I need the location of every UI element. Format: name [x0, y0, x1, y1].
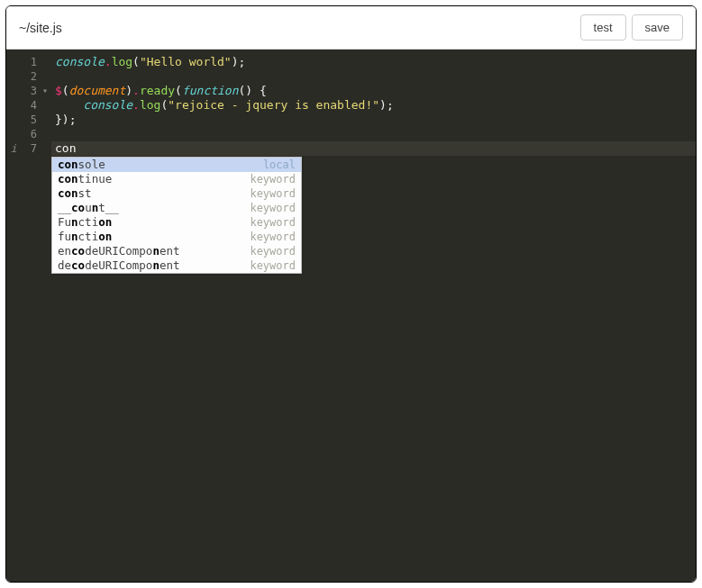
token-paren: )	[379, 98, 387, 112]
gutter-row: 5	[6, 113, 51, 127]
autocomplete-kind: local	[263, 158, 296, 172]
autocomplete-kind: keyword	[250, 201, 296, 215]
token-semi: ;	[387, 98, 394, 112]
autocomplete-label: decodeURIComponent	[58, 258, 250, 273]
code-line-active[interactable]: con	[51, 141, 696, 156]
token-typed: con	[55, 141, 76, 155]
gutter-row: 3 ▾	[6, 84, 51, 98]
fold-toggle-icon[interactable]: ▾	[42, 84, 51, 98]
autocomplete-kind: keyword	[250, 215, 296, 230]
gutter: 1 2 3 ▾ 4 5	[6, 50, 51, 582]
token-dot: .	[105, 55, 112, 68]
file-path: ~/site.js	[19, 21, 575, 35]
autocomplete-item[interactable]: function keyword	[52, 230, 301, 244]
info-icon[interactable]: i	[6, 141, 21, 156]
token-paren: )	[245, 84, 252, 97]
token-method: ready	[140, 84, 175, 97]
autocomplete-item[interactable]: console local	[52, 158, 301, 172]
editor-window: ~/site.js test save 1 2 3 ▾	[5, 5, 697, 583]
gutter-row: 2	[6, 69, 51, 84]
autocomplete-item[interactable]: decodeURIComponent keyword	[52, 258, 301, 273]
token-space	[252, 84, 260, 97]
token-string: "rejoice - jquery is enabled!"	[168, 98, 379, 112]
token-semi: ;	[239, 55, 246, 68]
autocomplete-item[interactable]: Function keyword	[52, 215, 301, 230]
autocomplete-item[interactable]: __count__ keyword	[52, 201, 301, 215]
gutter-row: i 7	[6, 141, 51, 156]
line-number: 5	[21, 113, 42, 127]
autocomplete-label: Function	[58, 215, 250, 230]
save-button[interactable]: save	[632, 14, 683, 41]
autocomplete-label: __count__	[58, 201, 250, 215]
token-paren: )	[125, 84, 132, 97]
line-number: 6	[21, 127, 42, 141]
code-line[interactable]: });	[51, 113, 696, 127]
autocomplete-label: const	[58, 186, 250, 201]
token-brace: });	[55, 113, 76, 126]
autocomplete-label: function	[58, 230, 250, 244]
line-number: 7	[21, 141, 42, 156]
autocomplete-item[interactable]: encodeURIComponent keyword	[52, 244, 301, 258]
header-bar: ~/site.js test save	[6, 6, 696, 50]
token-paren: (	[62, 84, 69, 97]
token-paren: (	[132, 55, 140, 68]
gutter-row: 6	[6, 127, 51, 141]
autocomplete-item[interactable]: continue keyword	[52, 172, 301, 186]
code-line[interactable]	[51, 127, 696, 141]
code-line[interactable]: console.log("rejoice - jquery is enabled…	[51, 98, 696, 113]
autocomplete-popup[interactable]: console local continue keyword const key…	[51, 157, 302, 274]
token-keyword: function	[182, 84, 239, 97]
code-line[interactable]: $(document).ready(function() {	[51, 84, 696, 98]
test-button[interactable]: test	[580, 14, 626, 41]
token-identifier: console	[83, 98, 132, 112]
line-number: 4	[21, 98, 42, 113]
autocomplete-kind: keyword	[250, 172, 296, 186]
autocomplete-kind: keyword	[250, 258, 296, 273]
token-dollar: $	[55, 84, 62, 97]
code-editor[interactable]: 1 2 3 ▾ 4 5	[6, 50, 696, 582]
autocomplete-label: encodeURIComponent	[58, 244, 250, 258]
token-method: log	[140, 98, 160, 112]
gutter-row: 4	[6, 98, 51, 113]
autocomplete-kind: keyword	[250, 186, 296, 201]
token-string: "Hello world"	[140, 55, 232, 68]
autocomplete-kind: keyword	[250, 244, 296, 258]
token-dot: .	[132, 84, 140, 97]
token-indent	[55, 98, 83, 112]
gutter-row: 1	[6, 55, 51, 69]
autocomplete-item[interactable]: const keyword	[52, 186, 301, 201]
line-number: 1	[21, 55, 42, 69]
code-line[interactable]: console.log("Hello world");	[51, 55, 696, 69]
token-brace: {	[260, 84, 267, 97]
code-area[interactable]: console.log("Hello world"); $(document).…	[51, 50, 696, 582]
token-paren: )	[232, 55, 239, 68]
token-dot: .	[132, 98, 140, 112]
autocomplete-label: console	[58, 158, 263, 172]
line-number: 3	[21, 84, 42, 98]
token-identifier: console	[55, 55, 105, 68]
token-identifier: document	[69, 84, 126, 97]
line-number: 2	[21, 69, 42, 84]
token-method: log	[112, 55, 132, 68]
autocomplete-kind: keyword	[250, 230, 296, 244]
code-line[interactable]	[51, 69, 696, 84]
autocomplete-label: continue	[58, 172, 250, 186]
token-paren: (	[175, 84, 182, 97]
